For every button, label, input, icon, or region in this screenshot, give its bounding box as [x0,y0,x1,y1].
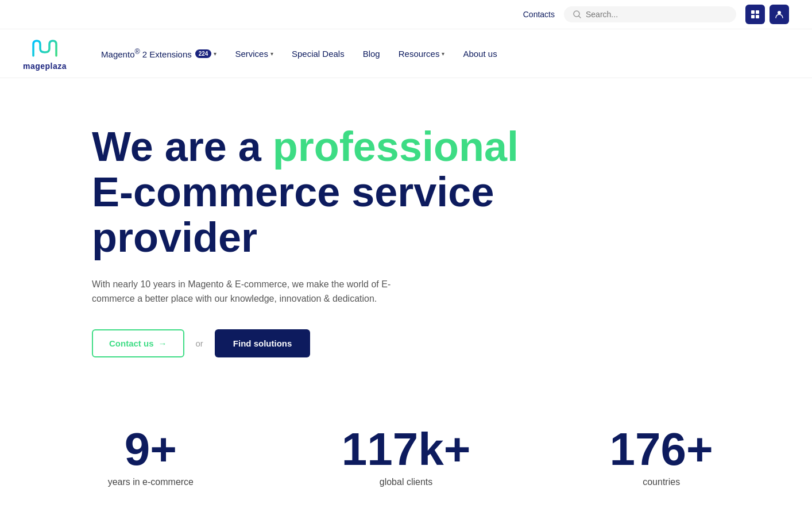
extensions-badge: 224 [195,49,212,58]
hero-buttons: Contact us → or Find solutions [92,329,789,357]
nav-items: Magento® 2 Extensions 224 ▾ Services ▾ S… [101,48,497,59]
nav-item-about-us[interactable]: About us [463,49,497,59]
hero-subtitle: With nearly 10 years in Magento & E-comm… [92,277,425,306]
nav-item-blog[interactable]: Blog [363,49,380,59]
services-chevron-icon: ▾ [270,51,273,57]
resources-chevron-icon: ▾ [442,51,444,57]
svg-rect-5 [756,15,759,18]
svg-rect-2 [751,10,755,14]
user-icon-button[interactable] [770,5,789,24]
stat-years: 9+ years in e-commerce [23,426,279,487]
nav-item-magento-extensions[interactable]: Magento® 2 Extensions 224 ▾ [101,48,216,59]
app-grid-icon-button[interactable] [745,5,765,24]
hero-section: We are a professional E-commerce service… [0,78,812,392]
svg-line-1 [579,16,581,18]
contact-us-button[interactable]: Contact us → [92,329,184,357]
extensions-chevron-icon: ▾ [214,51,216,57]
stat-years-label: years in e-commerce [108,477,194,487]
search-bar [564,6,736,22]
hero-title: We are a professional E-commerce service… [92,124,540,261]
header-icons [745,5,789,24]
nav-item-resources[interactable]: Resources ▾ [399,49,445,59]
svg-point-6 [778,11,781,14]
stat-countries-number: 176+ [610,426,713,472]
stat-years-number: 9+ [125,426,177,472]
main-nav: mageplaza Magento® 2 Extensions 224 ▾ Se… [0,29,812,78]
stats-section: 9+ years in e-commerce 117k+ global clie… [0,392,812,510]
logo[interactable]: mageplaza [23,36,67,71]
stat-clients: 117k+ global clients [279,426,534,487]
find-solutions-button[interactable]: Find solutions [215,329,311,357]
stat-countries: 176+ countries [533,426,789,487]
svg-rect-3 [756,10,759,14]
svg-rect-4 [751,15,755,18]
contacts-link[interactable]: Contacts [523,10,555,19]
or-separator: or [196,338,203,348]
nav-item-services[interactable]: Services ▾ [235,49,273,59]
search-input[interactable] [586,10,727,19]
stat-countries-label: countries [643,477,680,487]
arrow-right-icon: → [158,338,167,348]
nav-item-special-deals[interactable]: Special Deals [292,49,345,59]
search-icon [573,10,581,18]
stat-clients-label: global clients [380,477,433,487]
logo-text: mageplaza [23,61,67,71]
header-top: Contacts [0,0,812,29]
stat-clients-number: 117k+ [342,426,471,472]
